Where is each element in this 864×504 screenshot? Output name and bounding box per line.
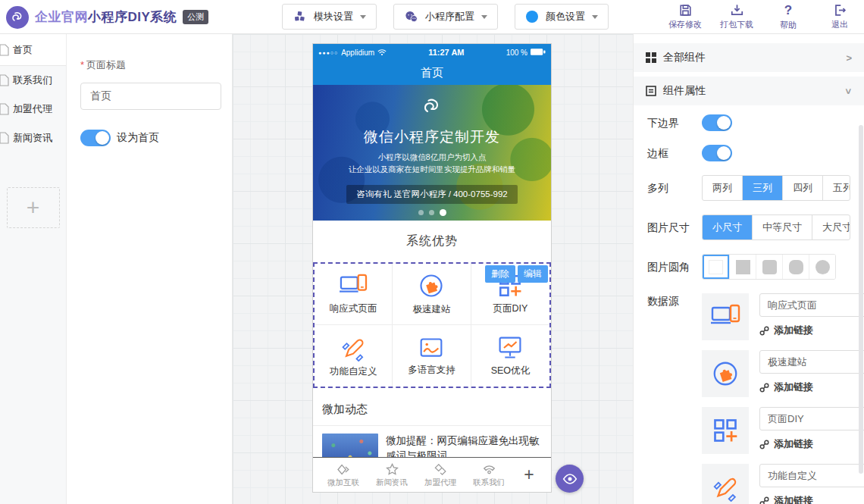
scrollbar-thumb[interactable] [859, 125, 863, 474]
link-icon [759, 383, 769, 393]
components-grid-icon [646, 52, 656, 63]
feature-multilang[interactable]: 多语言支持 [393, 325, 471, 387]
app-title: 企业官网小程序DIY系统 [35, 8, 177, 26]
download-button[interactable]: 打包下载 [717, 3, 756, 31]
link-icon [759, 440, 769, 449]
feature-responsive[interactable]: 响应式页面 [315, 264, 393, 325]
star-icon [385, 462, 399, 477]
component-props-header[interactable]: 组件属性 > [634, 77, 864, 105]
feature-grid-component[interactable]: 删除 编辑 响应式页面 极速建站 页面DIY 功能自定义 [313, 262, 551, 388]
header-toolbar: 模块设置 小程序配置 颜色设置 [282, 4, 609, 30]
columns-option-5[interactable]: 五列 [822, 176, 850, 200]
datasource-name-input[interactable] [759, 293, 864, 317]
datasource-row-custom-function: 添加链接 [702, 464, 864, 504]
banner-subtitle-1: 小程序以微信8亿用户为切入点 [313, 151, 551, 163]
sidebar-item-home[interactable]: 首页 [0, 34, 66, 66]
brand-p-icon [10, 10, 25, 25]
add-link-button[interactable]: 添加链接 [759, 380, 864, 394]
datasource-tile[interactable] [702, 293, 749, 340]
feature-custom-function[interactable]: 功能自定义 [315, 325, 393, 387]
size-option-large[interactable]: 大尺寸 [812, 215, 850, 239]
inspector-panel: 全部组件 > 组件属性 > 下边界 边框 多列 两列 三列 四列 [633, 34, 864, 504]
exit-icon [833, 3, 847, 17]
preview-button[interactable] [556, 465, 584, 493]
chevron-down-icon [481, 15, 487, 19]
carousel-dot[interactable] [429, 210, 434, 215]
sidebar-item-news[interactable]: 新闻资讯 [0, 124, 66, 152]
top-header: 企业官网小程序DIY系统 公测 模块设置 小程序配置 颜色设置 保存修改 [0, 0, 864, 34]
feature-seo[interactable]: SEO优化 [471, 325, 549, 387]
multilang-icon [418, 336, 445, 360]
size-option-medium[interactable]: 中等尺寸 [752, 215, 812, 239]
carousel-dot-active[interactable] [440, 209, 446, 216]
brand: 企业官网小程序DIY系统 公测 [6, 0, 208, 34]
download-icon [730, 3, 744, 17]
wifi-icon [377, 49, 387, 56]
page-title-input[interactable] [80, 83, 221, 110]
link-icon [759, 496, 769, 504]
page-icon [0, 74, 9, 86]
required-asterisk: * [80, 59, 84, 70]
edit-button[interactable]: 编辑 [518, 265, 548, 283]
add-page-button[interactable]: + [7, 187, 60, 228]
columns-option-3-selected[interactable]: 三列 [742, 176, 782, 200]
size-option-small-selected[interactable]: 小尺寸 [703, 215, 752, 239]
tags-icon [434, 462, 448, 477]
properties-list-icon [646, 86, 656, 96]
delete-button[interactable]: 删除 [485, 265, 515, 283]
tab-weijia[interactable]: 微加互联 [319, 462, 368, 488]
datasource-name-input[interactable] [759, 464, 864, 487]
carousel-dot[interactable] [418, 210, 424, 215]
module-settings-button[interactable]: 模块设置 [282, 4, 377, 30]
radius-option-rounded-small[interactable] [756, 255, 782, 279]
bottom-border-toggle[interactable] [702, 114, 732, 131]
carousel-dots [313, 209, 551, 216]
columns-option-4[interactable]: 四列 [782, 176, 822, 200]
feature-fast-build[interactable]: 极速建站 [393, 264, 471, 325]
tab-contact[interactable]: 联系我们 [465, 462, 513, 488]
datasource-tile[interactable] [702, 407, 749, 454]
all-components-header[interactable]: 全部组件 > [634, 43, 864, 72]
columns-option-2[interactable]: 两列 [703, 176, 742, 200]
add-link-button[interactable]: 添加链接 [759, 494, 864, 504]
page-icon [0, 44, 9, 56]
image-radius-options [702, 254, 836, 280]
miniprogram-config-button[interactable]: 小程序配置 [393, 4, 498, 30]
app-logo [6, 6, 29, 29]
datasource-tile[interactable] [702, 350, 749, 397]
radius-option-rounded-large[interactable] [782, 255, 809, 279]
custom-function-icon [340, 334, 367, 362]
border-toggle[interactable] [702, 145, 732, 161]
save-icon [678, 3, 693, 17]
tab-add-button[interactable]: + [513, 465, 545, 485]
phone-preview: ●●●○○ Applidium 11:27 AM 100 % 首页 微信小程序定… [312, 43, 552, 493]
set-home-toggle[interactable] [80, 130, 111, 146]
radius-option-circle[interactable] [809, 255, 835, 279]
app-root: 企业官网小程序DIY系统 公测 模块设置 小程序配置 颜色设置 保存修改 [0, 0, 864, 504]
sidebar-item-contact[interactable]: 联系我们 [0, 66, 66, 95]
banner-logo-icon [313, 95, 551, 121]
radius-option-none-selected[interactable] [703, 255, 729, 279]
tab-news[interactable]: 新闻资讯 [368, 462, 416, 488]
exit-button[interactable]: 退出 [820, 3, 859, 31]
datasource-name-input[interactable] [759, 350, 864, 374]
fast-build-icon [418, 272, 445, 299]
datasource-tile[interactable] [702, 464, 749, 504]
signal-dots-icon: ●●●○○ [318, 50, 338, 55]
add-link-button[interactable]: 添加链接 [759, 437, 864, 451]
sidebar-item-agent[interactable]: 加盟代理 [0, 95, 66, 124]
weijia-logo-icon [337, 462, 351, 477]
color-settings-button[interactable]: 颜色设置 [515, 4, 609, 30]
design-canvas: ●●●○○ Applidium 11:27 AM 100 % 首页 微信小程序定… [233, 34, 633, 504]
tab-agent[interactable]: 加盟代理 [416, 462, 465, 488]
radius-option-square[interactable] [729, 255, 756, 279]
add-link-button[interactable]: 添加链接 [759, 324, 864, 337]
section-title: 系统优势 [313, 221, 551, 262]
responsive-icon [339, 273, 368, 299]
help-button[interactable]: ? 帮助 [769, 3, 808, 31]
battery-label: 100 % [506, 49, 527, 57]
chevron-down-icon [592, 15, 598, 19]
datasource-name-input[interactable] [759, 407, 864, 430]
banner-slide[interactable]: 微信小程序定制开发 小程序以微信8亿用户为切入点 让企业以及商家在短时间里实现提… [313, 85, 551, 221]
save-button[interactable]: 保存修改 [665, 3, 705, 31]
